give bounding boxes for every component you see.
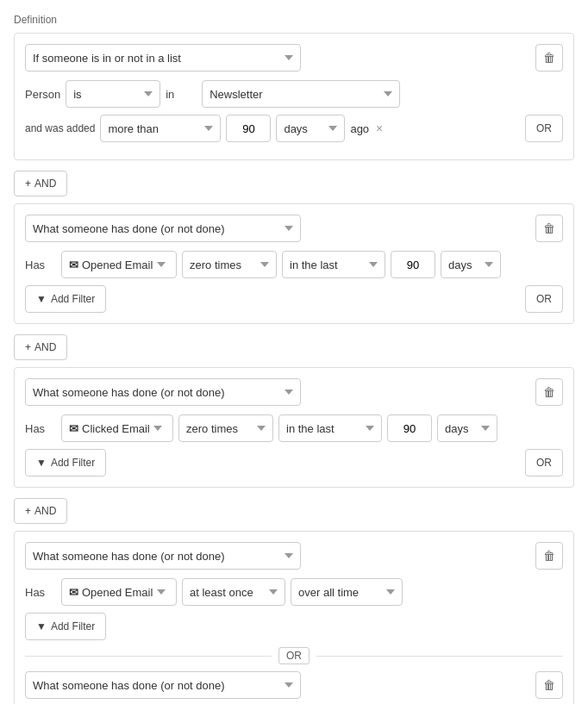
definition-label: Definition — [14, 14, 574, 26]
or-divider-line-right — [316, 656, 563, 657]
block2-delete-button[interactable]: 🗑 — [535, 215, 563, 242]
or-divider: OR — [25, 647, 563, 664]
email-icon-3: ✉ — [69, 422, 78, 435]
block1-main-select[interactable]: If someone is in or not in a list — [25, 44, 301, 72]
block2-time-unit-select[interactable]: days — [441, 251, 501, 278]
block4a-has-row: Has ✉ Opened Email at least once over al… — [25, 578, 563, 606]
block4b-main-select[interactable]: What someone has done (or not done) — [25, 671, 301, 699]
trash-icon-2: 🗑 — [543, 221, 555, 235]
plus-icon-3: + — [25, 505, 31, 517]
and-button-1[interactable]: + AND — [14, 171, 67, 196]
funnel-icon-4a: ▼ — [36, 620, 47, 632]
block2-email-action-select[interactable]: Opened Email — [82, 259, 169, 271]
block3-email-action-select[interactable]: Clicked Email — [82, 422, 166, 435]
block4b: What someone has done (or not done) 🗑 Ha… — [25, 671, 563, 704]
trash-icon: 🗑 — [543, 51, 555, 65]
block2-time-value-input[interactable] — [391, 251, 435, 278]
or-badge: OR — [278, 647, 310, 664]
block4a: What someone has done (or not done) 🗑 Ha… — [25, 542, 563, 640]
block2-or-button[interactable]: OR — [525, 285, 563, 313]
email-icon-2: ✉ — [69, 259, 78, 271]
funnel-icon-3: ▼ — [36, 457, 47, 469]
ago-remove-button[interactable]: × — [374, 121, 385, 135]
person-label: Person — [25, 88, 60, 101]
trash-icon-4b: 🗑 — [543, 678, 555, 692]
has-label-2: Has — [25, 259, 56, 271]
ago-label: ago — [350, 122, 369, 135]
block1-or-button[interactable]: OR — [525, 115, 563, 142]
block3-time-condition-select[interactable]: in the last — [278, 414, 382, 442]
block4a-delete-button[interactable]: 🗑 — [535, 542, 563, 570]
block3-main-select[interactable]: What someone has done (or not done) — [25, 378, 301, 406]
block2-has-row: Has ✉ Opened Email zero times in the las… — [25, 251, 563, 278]
block3-header: What someone has done (or not done) 🗑 — [25, 378, 563, 406]
block4b-delete-button[interactable]: 🗑 — [535, 671, 563, 699]
block4a-header: What someone has done (or not done) 🗑 — [25, 542, 563, 570]
block1-added-row: and was added more than days ago × OR — [25, 115, 563, 142]
block1-header: If someone is in or not in a list 🗑 — [25, 44, 563, 72]
block4a-time-condition-select[interactable]: over all time — [291, 578, 403, 606]
time-value-input[interactable] — [226, 115, 271, 142]
block3-frequency-select[interactable]: zero times — [178, 414, 273, 442]
block2-email-action-wrap: ✉ Opened Email — [61, 251, 177, 278]
block3-email-action-wrap: ✉ Clicked Email — [61, 414, 173, 442]
and-button-2[interactable]: + AND — [14, 334, 67, 360]
block4a-filter-row: ▼ Add Filter — [25, 613, 563, 640]
funnel-icon-2: ▼ — [36, 293, 47, 305]
has-label-4a: Has — [25, 586, 56, 599]
block3-time-unit-select[interactable]: days — [437, 414, 497, 442]
in-label: in — [166, 88, 197, 101]
block4a-main-select[interactable]: What someone has done (or not done) — [25, 542, 301, 570]
block2-time-condition-select[interactable]: in the last — [282, 251, 385, 278]
block2-frequency-select[interactable]: zero times — [182, 251, 277, 278]
condition-block-2: What someone has done (or not done) 🗑 Ha… — [14, 203, 574, 324]
block4a-email-action-wrap: ✉ Opened Email — [61, 578, 177, 606]
block4a-frequency-select[interactable]: at least once — [182, 578, 285, 606]
list-select[interactable]: Newsletter — [202, 80, 400, 108]
condition-block-4: What someone has done (or not done) 🗑 Ha… — [14, 531, 574, 704]
condition-block-1: If someone is in or not in a list 🗑 Pers… — [14, 33, 574, 160]
block3-delete-button[interactable]: 🗑 — [535, 378, 563, 406]
block4a-email-action-select[interactable]: Opened Email — [82, 586, 169, 599]
condition-block-3: What someone has done (or not done) 🗑 Ha… — [14, 367, 574, 488]
trash-icon-4a: 🗑 — [543, 549, 555, 563]
and-was-added-label: and was added — [25, 122, 95, 134]
block2-main-select[interactable]: What someone has done (or not done) — [25, 215, 301, 242]
has-label-3: Has — [25, 422, 56, 435]
block2-header: What someone has done (or not done) 🗑 — [25, 215, 563, 242]
block2-add-filter-button[interactable]: ▼ Add Filter — [25, 285, 106, 313]
plus-icon-1: + — [25, 178, 31, 190]
block1-person-row: Person is in Newsletter — [25, 80, 563, 108]
person-condition-select[interactable]: is — [66, 80, 160, 108]
block3-filter-row: ▼ Add Filter OR — [25, 449, 563, 477]
block4a-add-filter-button[interactable]: ▼ Add Filter — [25, 613, 106, 640]
email-icon-4a: ✉ — [69, 586, 78, 599]
block3-has-row: Has ✉ Clicked Email zero times in the la… — [25, 414, 563, 442]
block3-add-filter-button[interactable]: ▼ Add Filter — [25, 449, 106, 477]
block3-time-value-input[interactable] — [387, 414, 432, 442]
or-divider-line-left — [25, 656, 272, 657]
block1-delete-button[interactable]: 🗑 — [535, 44, 563, 72]
plus-icon-2: + — [25, 341, 31, 353]
time-condition-select[interactable]: more than — [100, 115, 221, 142]
block2-filter-row: ▼ Add Filter OR — [25, 285, 563, 313]
trash-icon-3: 🗑 — [543, 385, 555, 399]
and-button-3[interactable]: + AND — [14, 498, 67, 524]
time-unit-select[interactable]: days — [276, 115, 345, 142]
block4b-header: What someone has done (or not done) 🗑 — [25, 671, 563, 699]
block3-or-button[interactable]: OR — [525, 449, 563, 477]
